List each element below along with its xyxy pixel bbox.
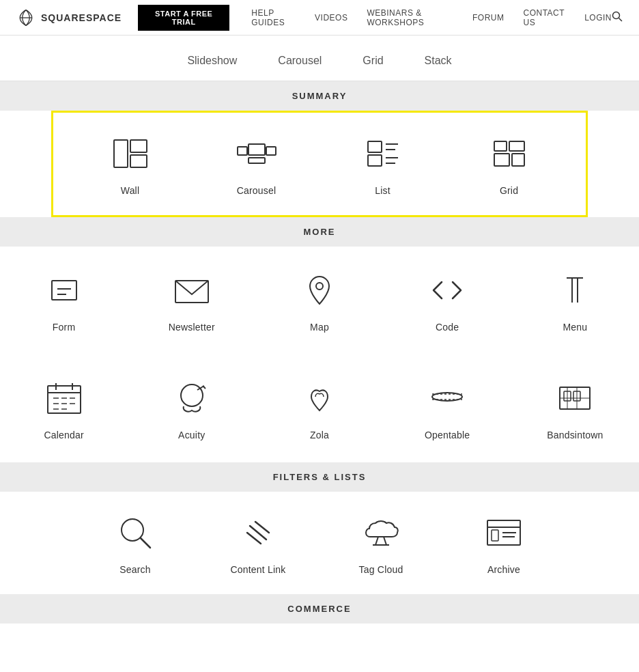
more-item-opentable[interactable]: Opentable xyxy=(413,376,481,440)
nav-right xyxy=(612,11,623,24)
svg-rect-64 xyxy=(492,530,498,541)
more-item-bandsintown[interactable]: Bandsintown xyxy=(541,376,609,440)
list-label: List xyxy=(375,185,390,196)
svg-line-57 xyxy=(375,537,378,545)
svg-rect-16 xyxy=(494,141,507,151)
more-item-calendar[interactable]: Calendar xyxy=(30,376,98,440)
svg-rect-18 xyxy=(494,154,509,166)
summary-item-list[interactable]: List xyxy=(349,132,417,196)
summary-header: SUMMARY xyxy=(0,81,639,111)
more-item-code[interactable]: Code xyxy=(413,268,481,333)
archive-label: Archive xyxy=(487,564,520,575)
svg-rect-13 xyxy=(368,155,382,166)
top-tabs: Slideshow Carousel Grid Stack xyxy=(0,36,639,81)
list-icon xyxy=(361,132,405,176)
bandsintown-label: Bandsintown xyxy=(547,430,603,440)
svg-rect-17 xyxy=(509,141,524,151)
map-label: Map xyxy=(310,322,329,333)
filters-row: Search Content Link Tag Cloud Archive xyxy=(0,492,639,594)
svg-rect-20 xyxy=(52,281,76,300)
more-item-form[interactable]: Form xyxy=(30,268,98,333)
nav-webinars[interactable]: WEBINARS & WORKSHOPS xyxy=(367,8,453,27)
newsletter-icon xyxy=(170,268,214,312)
svg-rect-7 xyxy=(238,147,247,155)
search-label: Search xyxy=(119,564,151,575)
svg-line-42 xyxy=(203,386,205,389)
svg-rect-6 xyxy=(248,144,265,155)
filter-item-tag-cloud[interactable]: Tag Cloud xyxy=(347,511,415,575)
zola-icon xyxy=(298,376,341,420)
svg-rect-8 xyxy=(266,147,276,155)
more-item-zola[interactable]: Zola xyxy=(285,376,354,440)
cta-button[interactable]: START A FREE TRIAL xyxy=(138,5,229,31)
tab-slideshow[interactable]: Slideshow xyxy=(187,55,237,70)
svg-line-53 xyxy=(141,538,150,548)
nav-links: HELP GUIDES VIDEOS WEBINARS & WORKSHOPS … xyxy=(251,8,612,27)
more-item-menu[interactable]: Menu xyxy=(541,268,609,333)
content-link-icon xyxy=(236,511,280,555)
content-link-label: Content Link xyxy=(230,564,285,575)
menu-label: Menu xyxy=(563,322,587,333)
filters-header: FILTERS & LISTS xyxy=(0,462,639,492)
logo-text: SQUARESPACE xyxy=(41,12,122,23)
more-item-map[interactable]: Map xyxy=(285,268,354,333)
svg-rect-4 xyxy=(130,140,147,152)
svg-line-58 xyxy=(384,537,386,545)
carousel-icon xyxy=(235,132,279,176)
svg-point-40 xyxy=(181,384,203,406)
svg-rect-10 xyxy=(368,141,382,152)
tab-stack[interactable]: Stack xyxy=(425,55,452,70)
svg-point-1 xyxy=(613,12,620,19)
summary-item-wall[interactable]: Wall xyxy=(96,132,165,196)
navbar: SQUARESPACE START A FREE TRIAL HELP GUID… xyxy=(0,0,639,36)
tab-carousel[interactable]: Carousel xyxy=(278,55,322,70)
nav-forum[interactable]: FORUM xyxy=(472,13,505,23)
svg-rect-5 xyxy=(130,155,147,167)
more-row1: Form Newsletter Map Code Menu xyxy=(0,247,639,354)
more-item-acuity[interactable]: Acuity xyxy=(158,376,226,440)
svg-line-2 xyxy=(619,18,623,22)
nav-videos[interactable]: VIDEOS xyxy=(315,13,347,23)
summary-item-carousel[interactable]: Carousel xyxy=(223,132,291,196)
more-row2: Calendar Acuity Zola Opentable xyxy=(0,354,639,462)
wall-icon xyxy=(109,132,152,176)
summary-block: Wall Carousel List Grid xyxy=(51,111,588,217)
carousel-label: Carousel xyxy=(237,185,276,196)
more-item-newsletter[interactable]: Newsletter xyxy=(158,268,226,333)
tag-cloud-icon xyxy=(359,511,403,555)
nav-contact[interactable]: CONTACT US xyxy=(523,8,565,27)
opentable-label: Opentable xyxy=(425,430,470,440)
logo-icon xyxy=(16,8,36,27)
code-label: Code xyxy=(436,322,459,333)
newsletter-label: Newsletter xyxy=(169,322,215,333)
svg-point-24 xyxy=(316,283,323,290)
wall-label: Wall xyxy=(121,185,140,196)
filter-item-archive[interactable]: Archive xyxy=(470,511,538,575)
svg-rect-3 xyxy=(114,140,128,167)
svg-rect-19 xyxy=(512,154,524,166)
grid-label: Grid xyxy=(500,185,518,196)
bandsintown-icon xyxy=(553,376,597,420)
zola-label: Zola xyxy=(310,430,329,440)
more-header: MORE xyxy=(0,217,639,247)
filter-item-content-link[interactable]: Content Link xyxy=(224,511,292,575)
commerce-header: COMMERCE xyxy=(0,594,639,624)
map-icon xyxy=(298,268,341,312)
logo[interactable]: SQUARESPACE xyxy=(16,8,122,27)
grid-icon xyxy=(487,132,531,176)
calendar-label: Calendar xyxy=(44,430,83,440)
tab-grid[interactable]: Grid xyxy=(363,55,383,70)
code-icon xyxy=(425,268,469,312)
calendar-icon xyxy=(42,376,86,420)
nav-login[interactable]: LOGIN xyxy=(584,13,612,23)
tag-cloud-label: Tag Cloud xyxy=(359,564,403,575)
form-label: Form xyxy=(53,322,75,333)
filter-item-search[interactable]: Search xyxy=(101,511,169,575)
nav-help[interactable]: HELP GUIDES xyxy=(251,8,296,27)
menu-icon xyxy=(553,268,597,312)
search-icon[interactable] xyxy=(612,11,623,24)
archive-icon xyxy=(482,511,526,555)
acuity-label: Acuity xyxy=(178,430,205,440)
acuity-icon xyxy=(170,376,214,420)
summary-item-grid[interactable]: Grid xyxy=(475,132,543,196)
